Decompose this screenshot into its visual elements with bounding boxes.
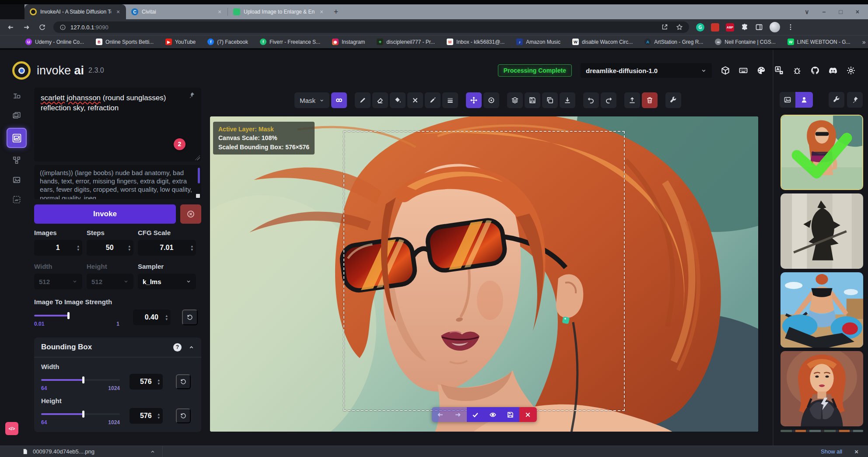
tab-post-processing[interactable] [9, 172, 24, 187]
tab-close-icon[interactable]: × [216, 8, 223, 15]
gallery-settings-button[interactable] [829, 92, 844, 108]
invoke-button[interactable]: Invoke [34, 204, 176, 224]
brush-options-button[interactable] [442, 92, 458, 108]
erase-bounding-box-button[interactable] [407, 92, 423, 108]
next-image-button[interactable] [449, 407, 467, 422]
bookmark-item[interactable]: ✦discipleneil777 - Pr... [377, 39, 435, 45]
move-tool-button[interactable] [466, 92, 482, 108]
save-staging-button[interactable] [502, 407, 519, 422]
bookmark-item[interactable]: BOnline Sports Betti... [96, 39, 154, 45]
share-icon[interactable] [661, 24, 668, 31]
resize-handle[interactable] [195, 155, 200, 160]
save-to-gallery-button[interactable] [525, 92, 540, 108]
redo-button[interactable] [601, 92, 616, 108]
minimize-button[interactable]: – [822, 8, 826, 15]
cfg-scale-input[interactable]: 7.01 ▴▾ [138, 240, 196, 256]
tab-invokeai[interactable]: InvokeAI - A Stable Diffusion Too... × [24, 4, 126, 19]
previous-image-button[interactable] [432, 407, 449, 422]
tab-upscale[interactable]: Upload Image to Enlarge & Enla... × [228, 4, 329, 19]
stepper-down-icon[interactable]: ▾ [191, 248, 193, 251]
bb-width-slider[interactable]: 64 1024 [41, 372, 120, 391]
gallery-thumbnail[interactable] [780, 272, 863, 348]
restore-button[interactable]: □ [839, 8, 842, 15]
i2i-strength-input[interactable]: 0.40 ▴▾ [133, 309, 171, 325]
bookmark-item[interactable]: UUdemy - Online Co... [25, 39, 84, 45]
menu-kebab-icon[interactable] [787, 23, 794, 31]
images-input[interactable]: 1 ▴▾ [34, 240, 82, 256]
stepper-down-icon[interactable]: ▾ [158, 416, 160, 419]
grammarly-extension-icon[interactable]: G [696, 23, 704, 32]
accept-image-button[interactable] [467, 407, 484, 422]
stepper-down-icon[interactable]: ▾ [128, 248, 130, 251]
brush-tool-button[interactable] [355, 92, 371, 108]
tab-civitai[interactable]: C Civitai × [126, 4, 228, 19]
eraser-tool-button[interactable] [372, 92, 388, 108]
pin-icon[interactable] [188, 91, 195, 99]
show-hide-button[interactable] [484, 407, 502, 422]
tab-training[interactable] [9, 192, 24, 207]
download-item[interactable]: 000979.40d74eb5....png [0, 446, 163, 457]
bookmark-item[interactable]: ◉Instagram [332, 39, 365, 45]
bb-width-input[interactable]: 576 ▴▾ [130, 374, 163, 390]
tab-close-icon[interactable]: × [318, 8, 325, 15]
cancel-button[interactable] [180, 204, 201, 224]
bb-height-slider[interactable]: 64 1024 [41, 406, 120, 425]
gallery-images-tab[interactable] [780, 92, 795, 108]
bookmark-item[interactable]: f(7) Facebook [207, 39, 248, 45]
tab-text-to-image[interactable] [9, 88, 24, 103]
steps-input[interactable]: 50 ▴▾ [87, 240, 133, 256]
negative-prompt-input[interactable]: ((implants)) (large boobs) nude bad anat… [34, 165, 201, 199]
bookmark-item[interactable]: ▶YouTube [165, 39, 196, 45]
extensions-puzzle-icon[interactable] [741, 23, 749, 31]
back-button[interactable] [6, 23, 15, 32]
slider-thumb[interactable] [82, 411, 84, 418]
undo-button[interactable] [583, 92, 599, 108]
gallery-thumbnail[interactable] [780, 193, 863, 269]
bookmark-item[interactable]: ♪Amazon Music [516, 39, 560, 45]
gallery-user-tab[interactable] [795, 92, 813, 108]
bookmark-star-icon[interactable] [676, 24, 683, 31]
gallery-thumbnail-selected[interactable] [780, 115, 863, 190]
adblock-extension-icon[interactable]: ABP [726, 23, 734, 32]
tab-image-to-image[interactable] [9, 108, 24, 123]
theme-palette-icon[interactable] [756, 66, 766, 75]
color-picker-button[interactable] [425, 92, 441, 108]
bb-width-reset-button[interactable] [176, 374, 191, 389]
slider-thumb[interactable] [82, 376, 84, 383]
reset-view-button[interactable] [483, 92, 499, 108]
clear-canvas-button[interactable] [642, 92, 658, 108]
download-caret-icon[interactable] [150, 449, 155, 454]
scrollbar[interactable] [198, 168, 200, 183]
sidebar-icon[interactable] [755, 23, 763, 31]
bookmark-item[interactable]: fFiverr - Freelance S... [260, 39, 320, 45]
i2i-reset-button[interactable] [182, 309, 198, 325]
slider-thumb[interactable] [67, 312, 70, 319]
address-bar[interactable]: 127.0.0.1:9090 [53, 21, 689, 33]
mask-options-button[interactable] [331, 92, 347, 108]
tab-search-icon[interactable]: ∨ [805, 8, 809, 15]
bounding-box-region[interactable] [343, 131, 625, 411]
bounding-box-header[interactable]: Bounding Box ? [34, 337, 201, 358]
stepper-down-icon[interactable]: ▾ [165, 317, 168, 321]
hotkeys-icon[interactable] [738, 66, 748, 75]
prompt-input[interactable]: scarlett johansson (round sunglasses) re… [34, 88, 201, 162]
stepper-down-icon[interactable]: ▾ [77, 248, 79, 251]
fill-bounding-box-button[interactable] [390, 92, 406, 108]
forward-button[interactable] [22, 23, 31, 32]
close-button[interactable]: × [856, 8, 859, 15]
profile-avatar[interactable] [770, 22, 780, 32]
bookmark-item[interactable]: AArtStation - Greg R... [644, 39, 703, 45]
upload-image-button[interactable] [624, 92, 640, 108]
download-image-button[interactable] [560, 92, 575, 108]
downloads-close-icon[interactable]: × [854, 448, 858, 455]
bb-height-reset-button[interactable] [176, 408, 191, 423]
copy-to-clipboard-button[interactable] [542, 92, 558, 108]
site-info-icon[interactable] [60, 24, 66, 31]
bb-height-input[interactable]: 576 ▴▾ [130, 408, 163, 424]
new-tab-button[interactable]: + [329, 4, 343, 19]
merge-visible-button[interactable] [507, 92, 523, 108]
model-manager-icon[interactable] [721, 66, 730, 75]
bookmark-item[interactable]: WLINE WEBTOON - G... [788, 39, 850, 45]
unified-canvas[interactable]: Active Layer: Mask Canvas Scale: 108% Sc… [210, 116, 758, 432]
discard-image-button[interactable] [519, 407, 537, 422]
